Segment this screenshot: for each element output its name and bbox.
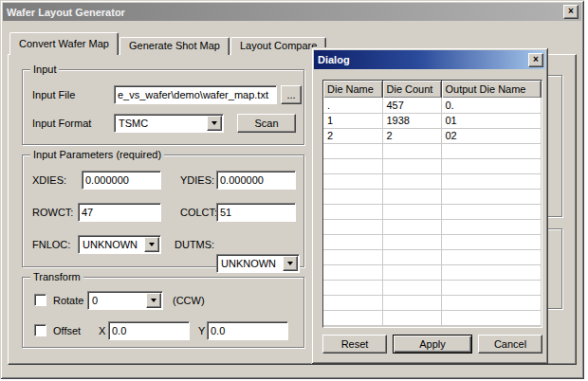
table-header-row: Die Name Die Count Output Die Name (323, 81, 542, 98)
ccw-label: (CCW) (173, 291, 205, 310)
scan-button[interactable]: Scan (237, 114, 296, 133)
table-row-empty[interactable] (323, 280, 542, 295)
cell-die-count[interactable]: 1938 (382, 113, 441, 128)
table-row-empty[interactable] (323, 295, 542, 310)
offset-y-label: Y (198, 321, 205, 340)
colct-label: COLCT: (180, 203, 217, 222)
transform-groupbox: Transform Rotate 0 (CCW) Offset X Y (22, 277, 304, 348)
cell-die-name[interactable]: 2 (323, 128, 382, 143)
offset-checkbox[interactable] (34, 324, 46, 336)
reset-button[interactable]: Reset (322, 335, 387, 354)
cell-output-die-name[interactable]: 0. (441, 98, 542, 113)
dropdown-button[interactable] (144, 237, 159, 252)
colct-field[interactable] (216, 203, 296, 222)
dropdown-button[interactable] (283, 256, 298, 271)
combo-value: UNKNOWN (83, 238, 138, 251)
header-output-die-name[interactable]: Output Die Name (441, 81, 542, 98)
dialog-titlebar[interactable]: Dialog (314, 50, 545, 69)
table-row-empty[interactable] (323, 204, 542, 219)
dutms-combo[interactable]: UNKNOWN (216, 254, 300, 273)
params-group-title: Input Parameters (required) (30, 149, 164, 160)
cell-output-die-name[interactable]: 02 (441, 128, 542, 143)
table-row-empty[interactable] (323, 310, 542, 325)
chevron-down-icon (151, 299, 156, 302)
table-row[interactable]: . 457 0. (323, 98, 542, 113)
cell-die-count[interactable]: 2 (382, 128, 441, 143)
offset-x-label: X (99, 321, 105, 340)
table-row-empty[interactable] (323, 173, 542, 189)
combo-value: UNKNOWN (221, 257, 276, 270)
combo-value: TSMC (119, 117, 148, 130)
xdies-field[interactable] (82, 171, 161, 190)
cancel-button[interactable]: Cancel (478, 335, 542, 354)
chevron-down-icon (287, 262, 293, 265)
input-group-title: Input (30, 64, 59, 75)
tab-label: Generate Shot Map (129, 40, 220, 51)
input-file-field[interactable] (114, 85, 277, 104)
table-row-empty[interactable] (323, 219, 542, 234)
offset-label: Offset (53, 321, 81, 340)
tab-convert-wafer-map[interactable]: Convert Wafer Map (9, 32, 119, 55)
rotate-checkbox[interactable] (34, 294, 46, 306)
chevron-down-icon (211, 121, 217, 125)
tab-label: Convert Wafer Map (19, 38, 109, 49)
window-title: Wafer Layout Generator (7, 7, 125, 18)
tab-generate-shot-map[interactable]: Generate Shot Map (119, 37, 230, 55)
die-mapping-table: Die Name Die Count Output Die Name . 457… (322, 80, 542, 328)
tab-strip: Convert Wafer Map Generate Shot Map Layo… (9, 32, 327, 55)
header-die-name[interactable]: Die Name (323, 81, 382, 98)
dropdown-button[interactable] (146, 293, 161, 308)
rowct-label: ROWCT: (32, 203, 73, 222)
xdies-label: XDIES: (32, 171, 66, 190)
main-titlebar[interactable]: Wafer Layout Generator (3, 3, 581, 21)
apply-button[interactable]: Apply (393, 335, 472, 354)
input-groupbox: Input Input File ... Input Format TSMC S… (22, 69, 304, 145)
offset-x-field[interactable] (108, 321, 190, 340)
table-row-empty[interactable] (323, 234, 542, 249)
cell-die-name[interactable]: 1 (323, 113, 382, 128)
fnloc-label: FNLOC: (32, 235, 70, 254)
dropdown-button[interactable] (207, 116, 222, 131)
tab-label: Layout Compare (240, 40, 317, 51)
fnloc-combo[interactable]: UNKNOWN (78, 235, 161, 254)
close-icon: × (533, 54, 539, 64)
header-die-count[interactable]: Die Count (382, 81, 441, 98)
cell-die-count[interactable]: 457 (382, 98, 441, 113)
input-format-label: Input Format (32, 114, 91, 133)
ydies-label: YDIES: (180, 171, 214, 190)
dialog-title: Dialog (318, 54, 350, 65)
offset-y-field[interactable] (207, 321, 288, 340)
rowct-field[interactable] (78, 203, 161, 222)
input-file-label: Input File (32, 85, 75, 104)
input-parameters-groupbox: Input Parameters (required) XDIES: YDIES… (22, 154, 304, 267)
ydies-field[interactable] (216, 171, 296, 190)
cell-output-die-name[interactable]: 01 (441, 113, 542, 128)
dutms-label: DUTMS: (175, 235, 214, 254)
chevron-down-icon (149, 243, 155, 246)
cell-die-name[interactable]: . (323, 98, 382, 113)
table-row-empty[interactable] (323, 249, 542, 264)
table-row-empty[interactable] (323, 264, 542, 280)
transform-group-title: Transform (30, 271, 83, 282)
browse-button[interactable]: ... (281, 85, 302, 104)
combo-value: 0 (92, 294, 98, 307)
table-row-empty[interactable] (323, 143, 542, 158)
rotate-label: Rotate (53, 291, 83, 310)
rotate-combo[interactable]: 0 (87, 291, 163, 310)
table-row[interactable]: 2 2 02 (323, 128, 542, 143)
table-row-empty[interactable] (323, 189, 542, 204)
dialog-close-button[interactable]: × (528, 53, 543, 67)
dialog-window: Dialog × Die Name Die Count Output Die N… (311, 47, 548, 364)
main-close-button[interactable]: × (563, 5, 579, 19)
table-row-empty[interactable] (323, 158, 542, 173)
close-icon: × (568, 6, 574, 16)
table-row[interactable]: 1 1938 01 (323, 113, 542, 128)
dialog-table-body: . 457 0. 1 1938 01 2 2 02 (323, 98, 542, 325)
input-format-combo[interactable]: TSMC (114, 114, 224, 133)
